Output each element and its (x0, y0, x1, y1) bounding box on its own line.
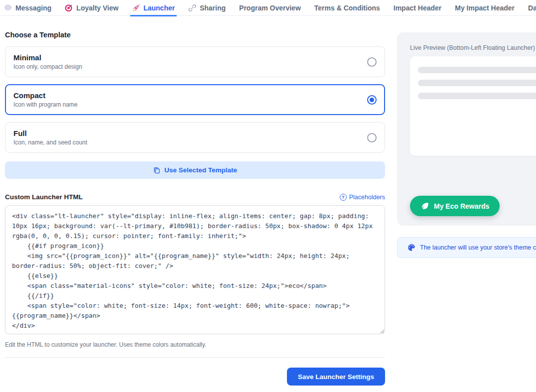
tab-sharing[interactable]: Sharing (188, 0, 226, 16)
tab-terms-conditions[interactable]: Terms & Conditions (314, 0, 380, 16)
tab-messaging[interactable]: Messaging (4, 0, 51, 16)
palette-icon (407, 244, 415, 252)
footer-divider (5, 357, 385, 358)
preview-launcher-button[interactable]: My Eco Rewards (410, 196, 500, 216)
speech-bubble-icon (4, 4, 12, 12)
footer-actions: Save Launcher Settings (5, 368, 385, 386)
launcher-settings-panel: Choose a Template Minimal Icon only, com… (5, 16, 385, 386)
tab-program-overview[interactable]: Program Overview (239, 0, 301, 16)
placeholders-link[interactable]: ? Placeholders (340, 194, 385, 201)
choose-template-heading: Choose a Template (5, 31, 385, 39)
tab-label: Impact Header (394, 4, 441, 12)
radio-minimal[interactable] (367, 57, 377, 67)
tab-label: Loyalty View (76, 4, 119, 12)
template-option-compact[interactable]: Compact Icon with program name (5, 84, 385, 115)
leaf-icon (420, 202, 429, 211)
use-selected-template-button[interactable]: Use Selected Template (5, 161, 385, 179)
tab-label: Terms & Conditions (314, 4, 380, 12)
preview-mock-page (410, 56, 536, 156)
custom-html-label: Custom Launcher HTML (5, 193, 83, 201)
live-preview-panel: Live Preview (Bottom-Left Floating Launc… (397, 32, 536, 226)
tab-launcher[interactable]: Launcher (132, 0, 175, 16)
skeleton-bar (418, 67, 536, 73)
tab-label: My Impact Header (455, 4, 515, 12)
tab-my-impact-header[interactable]: My Impact Header (455, 0, 515, 16)
custom-html-help-text: Edit the HTML to customize your launcher… (5, 341, 385, 348)
target-icon (65, 4, 73, 12)
tab-label: Messaging (15, 4, 51, 12)
skeleton-bar (418, 93, 536, 99)
save-launcher-settings-button[interactable]: Save Launcher Settings (287, 368, 385, 386)
custom-launcher-html-textarea[interactable]: <div class="lt-launcher" style="display:… (5, 205, 385, 334)
link-icon (188, 4, 196, 12)
skeleton-bar (418, 80, 536, 86)
theme-colors-note: The launcher will use your store's theme… (397, 237, 536, 258)
tab-label: Dashboard H (528, 4, 536, 12)
theme-colors-note-text: The launcher will use your store's theme… (420, 244, 536, 251)
tab-dashboard-header[interactable]: Dashboard H (528, 0, 536, 16)
tab-label: Program Overview (239, 4, 301, 12)
template-option-description: Icon with program name (13, 101, 78, 109)
use-selected-template-label: Use Selected Template (164, 166, 237, 174)
custom-html-header-row: Custom Launcher HTML ? Placeholders (5, 193, 385, 201)
tab-impact-header[interactable]: Impact Header (394, 0, 441, 16)
template-option-title: Minimal (13, 53, 82, 62)
tab-label: Sharing (200, 4, 226, 12)
template-option-title: Compact (13, 91, 78, 100)
rocket-icon (132, 4, 140, 12)
preview-launcher-label: My Eco Rewards (434, 202, 489, 210)
template-option-description: Icon only, compact design (13, 63, 82, 71)
tab-loyalty-view[interactable]: Loyalty View (65, 0, 119, 16)
question-circle-icon: ? (340, 194, 347, 201)
template-option-minimal[interactable]: Minimal Icon only, compact design (5, 46, 385, 77)
live-preview-label: Live Preview (Bottom-Left Floating Launc… (397, 32, 536, 51)
copy-icon (153, 166, 160, 174)
placeholders-link-label: Placeholders (349, 194, 385, 201)
template-option-title: Full (13, 129, 87, 138)
tab-bar: Messaging Loyalty View Launcher Sharing … (0, 0, 536, 16)
template-option-description: Icon, name, and seed count (13, 139, 87, 146)
tab-label: Launcher (143, 4, 175, 12)
radio-compact[interactable] (367, 95, 377, 105)
template-option-full[interactable]: Full Icon, name, and seed count (5, 122, 385, 153)
radio-full[interactable] (367, 133, 377, 142)
